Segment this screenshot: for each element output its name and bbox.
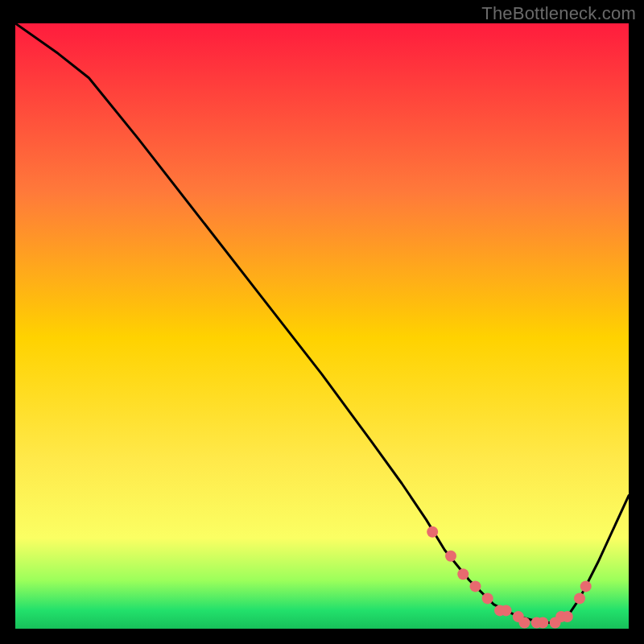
highlight-marker — [482, 592, 493, 604]
highlight-marker — [562, 611, 573, 622]
chart-frame: TheBottleneck.com — [0, 0, 644, 644]
highlight-marker — [580, 580, 592, 592]
highlight-marker — [470, 580, 481, 592]
bottleneck-chart — [15, 23, 629, 629]
plot-area — [15, 23, 629, 629]
highlight-marker — [501, 605, 512, 616]
watermark-text: TheBottleneck.com — [481, 3, 636, 24]
highlight-marker — [457, 568, 469, 580]
highlight-marker — [445, 551, 456, 562]
gradient-background — [15, 23, 629, 629]
highlight-marker — [519, 617, 530, 629]
highlight-marker — [574, 592, 585, 604]
highlight-marker — [427, 526, 438, 538]
highlight-marker — [537, 617, 548, 629]
